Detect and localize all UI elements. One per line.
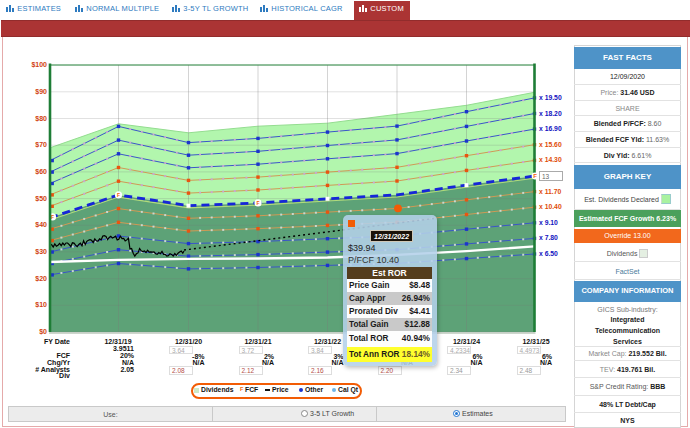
svg-text:F: F — [51, 214, 54, 220]
svg-text:F: F — [117, 192, 120, 198]
svg-text:F: F — [533, 173, 537, 179]
svg-text:F: F — [256, 200, 259, 206]
